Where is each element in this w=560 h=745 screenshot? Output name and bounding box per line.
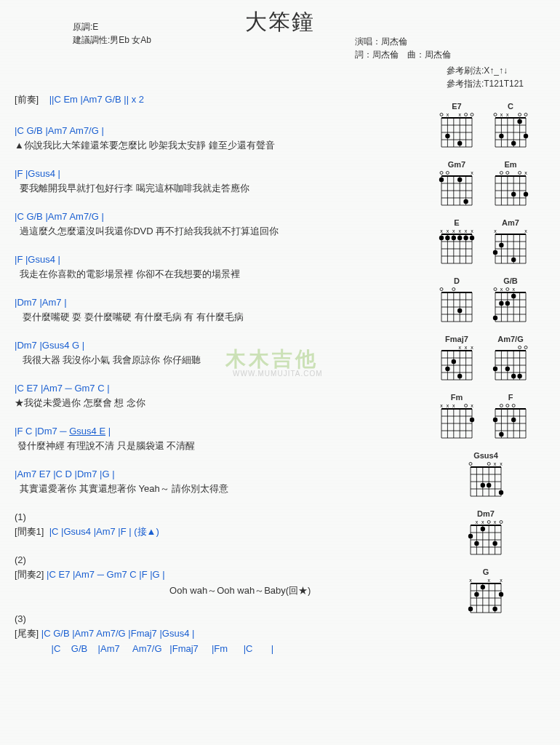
chord-diagram-gsus4: Gsus4xx bbox=[463, 451, 508, 502]
svg-text:x: x bbox=[524, 170, 527, 175]
svg-point-125 bbox=[494, 288, 497, 291]
svg-point-111 bbox=[440, 288, 443, 291]
svg-point-197 bbox=[512, 405, 515, 407]
chord-diagram-e: Exxxxxx bbox=[434, 218, 479, 269]
svg-point-3 bbox=[465, 113, 468, 116]
svg-text:x: x bbox=[494, 228, 497, 234]
chord-diagram-label: E7 bbox=[452, 102, 461, 111]
intro-label: [前奏] bbox=[15, 94, 39, 105]
svg-point-141 bbox=[499, 301, 503, 306]
svg-point-232 bbox=[487, 521, 490, 524]
svg-text:x: x bbox=[471, 403, 473, 408]
svg-point-18 bbox=[494, 113, 497, 116]
chord-diagram-am7-g: Am7/G bbox=[488, 335, 533, 386]
svg-point-35 bbox=[511, 141, 516, 146]
chord-diagram-label: D bbox=[454, 276, 460, 285]
svg-point-267 bbox=[492, 607, 497, 611]
chord-diagram-label: G bbox=[483, 567, 489, 576]
svg-point-37 bbox=[524, 134, 528, 138]
svg-text:x: x bbox=[476, 519, 479, 525]
chord-diagram-label: Fmaj7 bbox=[445, 335, 468, 343]
svg-point-39 bbox=[446, 172, 449, 175]
chord-diagram-label: C bbox=[508, 102, 513, 111]
svg-point-124 bbox=[457, 308, 462, 313]
svg-text:x: x bbox=[487, 578, 490, 583]
svg-text:x: x bbox=[440, 403, 443, 408]
svg-point-158 bbox=[445, 367, 449, 371]
svg-point-160 bbox=[457, 374, 462, 378]
svg-point-175 bbox=[505, 367, 510, 371]
svg-point-249 bbox=[492, 541, 497, 546]
chord-diagram-g-b: G/Bxx bbox=[488, 276, 533, 327]
outro-line: [尾奏] |C G/B |Am7 Am7/G |Fmaj7 |Gsus4 | bbox=[15, 626, 545, 642]
svg-point-177 bbox=[517, 374, 521, 378]
svg-text:x: x bbox=[512, 287, 515, 292]
svg-point-246 bbox=[468, 534, 473, 538]
svg-point-34 bbox=[499, 134, 503, 138]
chord-diagram-fmaj7: Fmaj7xxx bbox=[434, 335, 479, 386]
svg-text:x: x bbox=[458, 228, 461, 234]
svg-point-194 bbox=[470, 418, 474, 422]
svg-point-112 bbox=[452, 288, 455, 291]
svg-point-91 bbox=[452, 236, 456, 240]
svg-point-93 bbox=[463, 236, 468, 240]
svg-point-209 bbox=[493, 418, 497, 422]
meta-right: 演唱：周杰倫 詞：周杰倫 曲：周杰倫 bbox=[355, 35, 451, 61]
svg-point-228 bbox=[487, 483, 491, 487]
svg-text:x: x bbox=[506, 112, 509, 117]
svg-point-21 bbox=[519, 113, 521, 116]
chord-diagram-em: Emx bbox=[488, 160, 533, 211]
svg-point-90 bbox=[445, 236, 449, 240]
svg-point-108 bbox=[493, 250, 497, 255]
chord-diagram-label: Dm7 bbox=[477, 509, 495, 518]
chord-diagram-label: Em bbox=[504, 160, 516, 169]
chord-diagram-label: E bbox=[454, 218, 459, 227]
svg-text:x: x bbox=[500, 112, 503, 117]
svg-point-248 bbox=[481, 527, 485, 531]
svg-text:x: x bbox=[524, 228, 527, 234]
chord-diagram-e7: E7xx bbox=[434, 102, 479, 153]
chord-diagram-gm7: Gm7x bbox=[434, 160, 479, 211]
svg-text:x: x bbox=[465, 345, 468, 350]
svg-text:x: x bbox=[458, 112, 461, 117]
svg-point-89 bbox=[439, 236, 444, 240]
svg-text:x: x bbox=[452, 403, 455, 408]
chord-diagram-fm: Fmxxxx bbox=[434, 393, 479, 444]
chord-diagram-label: F bbox=[508, 393, 513, 402]
svg-point-71 bbox=[524, 192, 528, 196]
svg-point-266 bbox=[481, 585, 485, 589]
svg-text:x: x bbox=[469, 578, 472, 583]
svg-point-227 bbox=[481, 483, 485, 487]
chord-diagram-dm7: Dm7xxx bbox=[463, 509, 508, 560]
svg-text:x: x bbox=[471, 170, 473, 175]
svg-point-22 bbox=[524, 113, 527, 116]
svg-point-94 bbox=[470, 236, 474, 240]
svg-text:x: x bbox=[447, 403, 449, 408]
chord-diagram-label: Am7 bbox=[502, 218, 519, 227]
chord-diagram-label: Gsus4 bbox=[473, 451, 498, 460]
strum-pattern: 參考刷法:X↑_↑↓ bbox=[447, 64, 524, 77]
svg-text:x: x bbox=[440, 228, 443, 234]
svg-point-161 bbox=[519, 346, 521, 349]
svg-point-109 bbox=[499, 243, 503, 247]
svg-point-0 bbox=[440, 113, 443, 116]
svg-point-53 bbox=[457, 178, 462, 182]
picking-pattern: 參考指法:T121T121 bbox=[447, 77, 524, 90]
svg-text:x: x bbox=[500, 461, 503, 466]
svg-point-210 bbox=[499, 432, 503, 437]
svg-point-247 bbox=[474, 541, 479, 546]
chord-diagram-d: D bbox=[434, 276, 479, 327]
chord-diagram-column: E7xxCxxGm7xEmxExxxxxxAm7xxDG/BxxFmaj7xxx… bbox=[434, 102, 547, 618]
suggested-key: 建議調性:男Eb 女Ab bbox=[73, 33, 151, 47]
chord-diagram-c: Cxx bbox=[488, 102, 533, 153]
svg-point-174 bbox=[493, 367, 497, 371]
svg-text:x: x bbox=[447, 228, 449, 234]
meta-right-2: 參考刷法:X↑_↑↓ 參考指法:T121T121 bbox=[447, 64, 524, 90]
chord-diagram-am7: Am7xx bbox=[488, 218, 533, 269]
svg-point-17 bbox=[457, 141, 462, 146]
intro-chords: ||C Em |Am7 G/B || x 2 bbox=[49, 94, 144, 105]
original-key: 原調:E bbox=[73, 20, 151, 33]
svg-text:x: x bbox=[481, 519, 484, 525]
svg-point-38 bbox=[440, 172, 443, 175]
svg-point-229 bbox=[499, 490, 503, 495]
